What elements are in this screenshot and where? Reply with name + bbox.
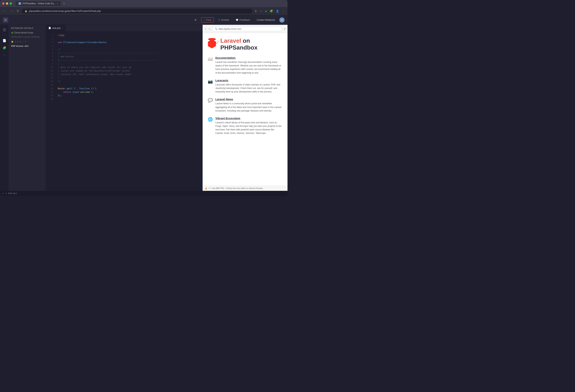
php-version-value: v8.0 xyxy=(24,45,28,47)
preview-url: https://gy3ea.ciroue.com/ xyxy=(219,28,241,30)
browser-window: P PHPSandbox - Online Code Sa... × + ← →… xyxy=(0,0,288,196)
notebook-project-name: Divine Brook Kmqx xyxy=(14,31,33,34)
lock-icon: 🔒 xyxy=(24,10,27,12)
bookmark-icon[interactable]: ☆ xyxy=(259,9,263,13)
sidebar-icon-info[interactable]: ⓘ xyxy=(1,27,7,33)
sidebar-icon-puzzle[interactable]: 🧩 xyxy=(1,45,7,51)
laracasts-icon: 📷 xyxy=(208,79,213,84)
laravel-logo: Laravel on PHPSandbox xyxy=(208,37,282,51)
ecosystem-text: Laravel's robust library of first-party … xyxy=(215,121,282,135)
traffic-light-yellow[interactable] xyxy=(6,2,8,5)
docs-title[interactable]: Documentation xyxy=(215,56,282,59)
settings-btn[interactable]: ⚙ xyxy=(192,17,199,22)
feedback-btn[interactable]: 💬 Feedback xyxy=(234,17,252,22)
feedback-label: Feedback xyxy=(240,19,250,21)
menu-icon[interactable]: ⋮ xyxy=(281,9,285,13)
notebook-likes: 0 xyxy=(20,41,21,43)
preview-external-btn[interactable]: ↗ xyxy=(284,27,286,30)
user-avatar[interactable]: U xyxy=(279,17,285,23)
app-logo: ⊞ xyxy=(3,17,8,23)
news-text: Laravel News is a community driven porta… xyxy=(215,102,282,113)
browser-toolbar-icons: ⬇ ☆ ● 🧩 👤 ⋮ xyxy=(254,9,285,13)
preview-back-btn[interactable]: ‹ xyxy=(204,26,207,31)
status-php-version: PHP v8.0 xyxy=(8,192,17,195)
editor-tab-close-btn[interactable]: × xyxy=(62,27,63,29)
fork-btn[interactable]: ⑂ Fork xyxy=(201,17,214,22)
sidebar-icon-file[interactable]: 📄 xyxy=(1,38,7,44)
docs-content: Documentation Laravel has wonderful, tho… xyxy=(215,56,282,75)
notebook-meta: ⭐ 3 ♥ 0 ⑂ 0 xyxy=(9,40,46,44)
main-layout: ⓘ 📄 🧩 ⑂ Notebook Details 🌿 Divine Brook … xyxy=(0,25,288,191)
embed-label: Embed xyxy=(221,19,229,21)
status-ok-icon: ✓ xyxy=(2,192,4,195)
forward-btn[interactable]: → xyxy=(9,9,14,14)
preview-address-bar[interactable]: 🔍 https://gy3ea.ciroue.com/ xyxy=(212,27,282,31)
extensions-icon[interactable]: 🧩 xyxy=(269,9,274,13)
php-version: PHP Version: v8.0 xyxy=(9,44,46,49)
fork-icon: ⑂ xyxy=(204,19,205,21)
embed-icon: ⟨⟩ xyxy=(218,19,220,21)
editor-tab-webphp[interactable]: 📄 web.php × xyxy=(46,25,66,31)
notebook-panel-title: Notebook Details xyxy=(9,27,46,31)
address-bar[interactable]: 🔒 phpsandbox.io/n/divine-brook-kmqx-gy3e… xyxy=(22,9,253,14)
back-btn[interactable]: ← xyxy=(2,9,7,14)
shield-status-icon: 🛡 xyxy=(209,187,211,189)
editor-tab-label: web.php xyxy=(52,27,61,29)
profile-icon[interactable]: 👤 xyxy=(275,9,280,13)
news-content: Laravel News Laravel News is a community… xyxy=(215,98,282,113)
preview-section-ecosystem: 🌐 Vibrant Ecosystem Laravel's robust lib… xyxy=(208,117,282,135)
preview-toolbar: ‹ › 🔍 https://gy3ea.ciroue.com/ ↗ xyxy=(203,25,288,33)
code-editor[interactable]: 12345 678910 1112131415 16171819 <?php u… xyxy=(46,31,202,191)
laravel-text: Laravel xyxy=(220,37,241,44)
laracasts-title[interactable]: Laracasts xyxy=(215,79,282,82)
notebook-forks: 0 xyxy=(25,41,26,43)
tab-title: PHPSandbox - Online Code Sa... xyxy=(23,2,55,5)
address-text: phpsandbox.io/n/divine-brook-kmqx-gy3ea?… xyxy=(29,10,101,12)
ecosystem-icon: 🌐 xyxy=(208,117,213,122)
laracasts-text: Laracasts offers thousands of video tuto… xyxy=(215,83,282,94)
notebook-description: PHPSandbox Laravel notebook. xyxy=(9,35,46,40)
tab-favicon: P xyxy=(19,2,21,5)
preview-content: Laravel on PHPSandbox 📖 Documentation La… xyxy=(203,33,288,186)
tab-close-btn[interactable]: × xyxy=(57,2,58,5)
editor-area: 📄 web.php × 12345 678910 1112131415 1617… xyxy=(46,25,202,191)
docs-icon: 📖 xyxy=(208,57,213,61)
news-icon: 💬 xyxy=(208,98,213,103)
new-tab-btn[interactable]: + xyxy=(63,2,65,5)
sidebar-icon-divider xyxy=(2,35,7,35)
laravel-title: Laravel on PHPSandbox xyxy=(220,37,282,51)
create-notebook-label: Create Notebook xyxy=(257,19,275,21)
notebook-name: 🌿 Divine Brook Kmqx xyxy=(9,31,46,35)
extension-green-icon[interactable]: ● xyxy=(264,9,267,13)
preview-search-icon: 🔍 xyxy=(215,27,217,30)
ecosystem-title: Vibrant Ecosystem xyxy=(215,117,282,120)
sidebar-icon-git[interactable]: ⑂ xyxy=(1,52,7,58)
heart-icon: ♥ xyxy=(17,41,19,43)
line-numbers: 12345 678910 1112131415 16171819 xyxy=(46,31,55,191)
app-header: ⊞ ⚙ ⑂ Fork ⟨⟩ Embed 💬 Feedback Create No… xyxy=(0,15,288,25)
php-version-label: PHP Version: xyxy=(11,45,24,47)
embed-btn[interactable]: ⟨⟩ Embed xyxy=(216,17,231,22)
status-ok-icon-2: ✓ xyxy=(5,192,7,195)
docs-text: Laravel has wonderful, thorough document… xyxy=(215,60,282,75)
laracasts-content: Laracasts Laracasts offers thousands of … xyxy=(215,79,282,94)
preview-forward-btn[interactable]: › xyxy=(208,26,211,31)
news-title[interactable]: Laravel News xyxy=(215,98,282,101)
editor-tabs: 📄 web.php × xyxy=(46,25,202,31)
refresh-btn[interactable]: ↻ xyxy=(16,8,20,14)
preview-hint: Use [⌘/CTRL + Enter] from the editor to … xyxy=(212,187,263,189)
ecosystem-content: Vibrant Ecosystem Laravel's robust libra… xyxy=(215,117,282,135)
traffic-light-green[interactable] xyxy=(10,2,12,5)
notebook-panel: Notebook Details 🌿 Divine Brook Kmqx PHP… xyxy=(9,25,46,191)
download-icon[interactable]: ⬇ xyxy=(254,9,258,13)
preview-section-docs: 📖 Documentation Laravel has wonderful, t… xyxy=(208,56,282,75)
laravel-icon xyxy=(208,38,218,50)
create-notebook-btn[interactable]: Create Notebook xyxy=(255,17,277,22)
code-content[interactable]: <?php use Illuminate\Support\Facades\Rou… xyxy=(55,31,202,191)
notebook-name-icon: 🌿 xyxy=(11,32,13,34)
browser-tab[interactable]: P PHPSandbox - Online Code Sa... × xyxy=(16,1,61,6)
feedback-icon: 💬 xyxy=(236,19,239,21)
traffic-light-red[interactable] xyxy=(2,2,4,5)
notebook-stars: 3 xyxy=(15,41,16,43)
preview-status-bar: 🔒 🛡 Use [⌘/CTRL + Enter] from the editor… xyxy=(203,186,288,191)
